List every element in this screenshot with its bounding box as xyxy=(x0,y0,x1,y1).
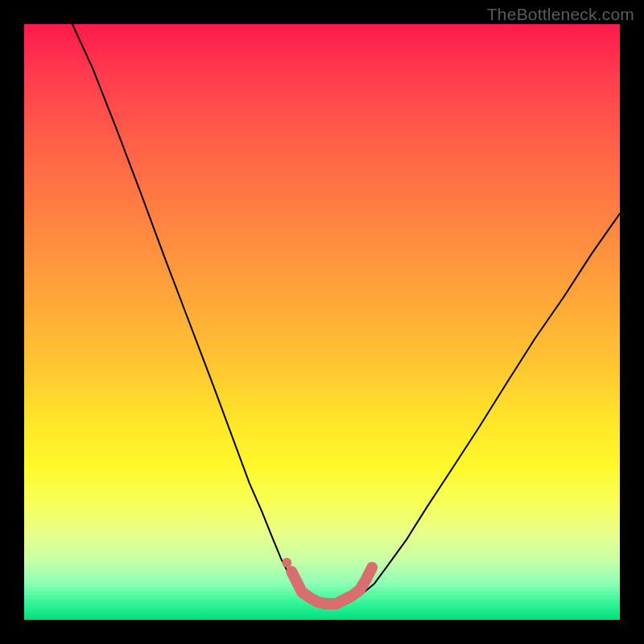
valley-marker xyxy=(291,568,372,604)
outer-frame: TheBottleneck.com xyxy=(0,0,644,644)
watermark-text: TheBottleneck.com xyxy=(487,5,634,24)
bottleneck-curve xyxy=(72,24,620,608)
valley-marker-dot xyxy=(282,558,291,568)
valley-marker-dot xyxy=(287,567,296,576)
plot-area xyxy=(24,24,620,620)
chart-svg xyxy=(24,24,620,620)
